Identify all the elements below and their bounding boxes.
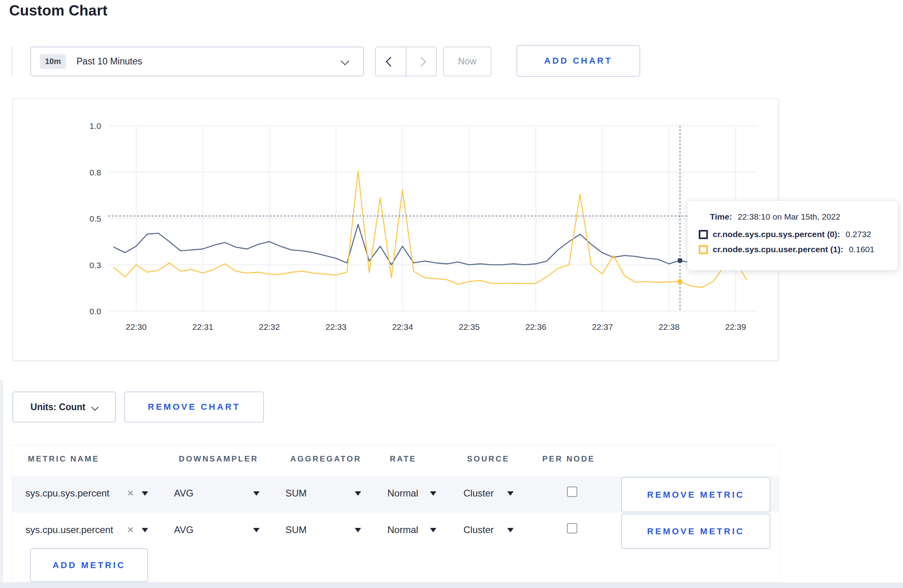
aggregator-select[interactable]: SUM [285,524,307,535]
metric-name-select[interactable]: sys.cpu.user.percent [25,524,113,535]
custom-chart-page: Custom Chart 10m Past 10 Minutes Now ADD… [0,0,903,588]
svg-text:0.8: 0.8 [90,168,101,177]
add-chart-button[interactable]: ADD CHART [516,45,640,77]
metric-caret-icon[interactable] [142,491,148,496]
source-select[interactable]: Cluster [463,524,494,535]
header-per-node: PER NODE [542,454,595,463]
downsampler-caret-icon[interactable] [253,528,260,532]
header-metric-name: METRIC NAME [28,454,100,463]
chart-card: 0.00.30.50.81.022:3022:3122:3222:3322:34… [12,98,779,361]
tooltip-sys-value: 0.2732 [846,230,871,239]
header-downsampler: DOWNSAMPLER [179,454,258,463]
svg-text:0.3: 0.3 [90,261,101,270]
source-select[interactable]: Cluster [463,488,494,499]
svg-text:22:34: 22:34 [392,322,413,331]
remove-metric-button[interactable]: REMOVE METRIC [621,514,770,549]
svg-text:22:37: 22:37 [592,322,613,331]
metrics-table: METRIC NAME DOWNSAMPLER AGGREGATOR RATE … [12,446,779,582]
add-metric-button[interactable]: ADD METRIC [30,548,148,582]
units-label: Units: Count [31,402,86,413]
aggregator-select[interactable]: SUM [285,488,307,499]
chevron-down-icon [92,403,99,411]
svg-text:22:33: 22:33 [326,322,347,331]
source-caret-icon[interactable] [507,528,514,532]
header-source: SOURCE [467,454,510,463]
metric-name-select[interactable]: sys.cpu.sys.percent [25,488,109,499]
sys-series-swatch [699,230,708,239]
chart-tooltip: Time:22:38:10 on Mar 15th, 2022 cr.node.… [687,201,898,271]
metric-caret-icon[interactable] [142,528,148,532]
clear-metric-icon[interactable]: ✕ [127,489,134,498]
prev-interval-button[interactable] [376,47,406,76]
aggregator-caret-icon[interactable] [355,491,361,496]
downsampler-select[interactable]: AVG [174,524,194,535]
svg-text:22:38: 22:38 [659,322,680,331]
source-caret-icon[interactable] [507,491,514,496]
tooltip-time-row: Time:22:38:10 on Mar 15th, 2022 [710,212,898,222]
tooltip-time-label: Time: [710,212,732,221]
remove-metric-button[interactable]: REMOVE METRIC [621,477,770,512]
svg-text:22:35: 22:35 [459,322,480,331]
tooltip-time-value: 22:38:10 on Mar 15th, 2022 [738,212,840,221]
chevron-right-icon [416,56,426,66]
next-interval-button[interactable] [406,47,436,76]
page-left-gutter [0,380,3,588]
time-range-badge: 10m [40,54,66,69]
rate-select[interactable]: Normal [387,488,418,499]
rate-caret-icon[interactable] [430,528,436,532]
rate-caret-icon[interactable] [430,491,436,496]
tooltip-user-value: 0.1601 [849,245,874,254]
svg-text:22:36: 22:36 [526,322,547,331]
rate-select[interactable]: Normal [387,524,418,535]
toolbar-divider [12,47,12,76]
tooltip-sys-label: cr.node.sys.cpu.sys.percent (0): [713,230,840,239]
page-title: Custom Chart [9,2,108,19]
svg-text:1.0: 1.0 [90,121,101,130]
units-dropdown[interactable]: Units: Count [12,391,116,423]
svg-text:0.0: 0.0 [90,307,101,316]
tooltip-sys-row: cr.node.sys.cpu.sys.percent (0):0.2732 [699,230,898,239]
clear-metric-icon[interactable]: ✕ [127,525,134,535]
time-pager [375,47,437,76]
svg-text:22:30: 22:30 [126,322,147,331]
svg-text:22:39: 22:39 [725,322,746,331]
cpu-usage-chart[interactable]: 0.00.30.50.81.022:3022:3122:3222:3322:34… [13,99,778,360]
svg-text:22:32: 22:32 [259,322,280,331]
header-rate: RATE [390,454,416,463]
now-button[interactable]: Now [443,47,491,76]
user-series-swatch [699,245,708,254]
aggregator-caret-icon[interactable] [355,528,361,532]
page-bottom-gutter [0,582,903,588]
svg-text:0.5: 0.5 [90,214,101,223]
chevron-left-icon [386,56,396,66]
time-range-label: Past 10 Minutes [76,56,142,67]
svg-text:22:31: 22:31 [192,322,213,331]
per-node-checkbox[interactable] [567,487,577,497]
chevron-down-icon [341,57,349,65]
header-aggregator: AGGREGATOR [290,454,362,463]
time-range-dropdown[interactable]: 10m Past 10 Minutes [30,47,364,76]
per-node-checkbox[interactable] [567,523,577,533]
downsampler-caret-icon[interactable] [253,491,260,496]
downsampler-select[interactable]: AVG [174,488,194,499]
tooltip-user-row: cr.node.sys.cpu.user.percent (1):0.1601 [699,245,898,254]
tooltip-user-label: cr.node.sys.cpu.user.percent (1): [713,245,843,254]
remove-chart-button[interactable]: REMOVE CHART [124,391,264,423]
